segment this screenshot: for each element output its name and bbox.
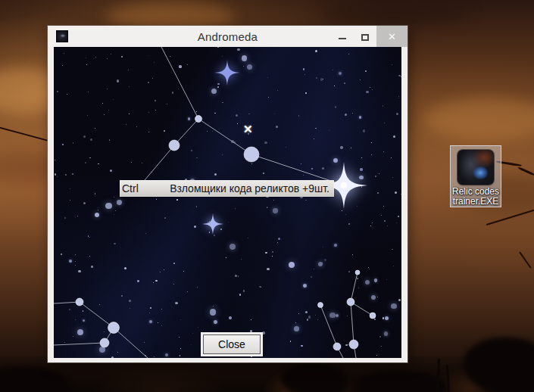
title-bar[interactable]: Andromeda ✕	[48, 26, 408, 47]
desktop-icon-label: Relic codes trainer.EXE	[452, 187, 499, 207]
minimize-icon	[339, 38, 346, 39]
tree-silhouette	[0, 366, 68, 392]
trainer-exe-icon	[457, 150, 494, 185]
tree-silhouette	[280, 363, 348, 392]
cloud	[318, 0, 470, 26]
tree-silhouette	[464, 338, 534, 392]
bright-star-icon	[202, 213, 223, 235]
close-window-button[interactable]: ✕	[376, 26, 408, 47]
close-button-label: Close	[218, 338, 245, 350]
tree-silhouette	[356, 371, 447, 392]
close-icon: ✕	[388, 31, 396, 42]
hotkey-key: Ctrl	[122, 182, 139, 194]
x-marker-icon: ✕	[243, 123, 253, 136]
window-controls: ✕	[331, 26, 408, 47]
desktop-icon-relic-codes-trainer[interactable]: Relic codes trainer.EXE	[450, 145, 501, 207]
minimize-button[interactable]	[331, 26, 354, 47]
trainer-window: Andromeda ✕	[48, 26, 408, 362]
bright-star-icon	[214, 60, 240, 86]
maximize-icon	[361, 34, 369, 41]
maximize-button[interactable]	[354, 26, 376, 47]
close-button[interactable]: Close	[203, 334, 261, 354]
hotkey-description: Взломщики кода реликтов +9шт.	[170, 182, 329, 194]
window-galaxy-icon[interactable]	[56, 30, 68, 42]
starfield: ✕ Ctrl Взломщики кода реликтов +9шт. Clo…	[54, 47, 401, 358]
hotkey-row: Ctrl Взломщики кода реликтов +9шт.	[120, 180, 334, 197]
